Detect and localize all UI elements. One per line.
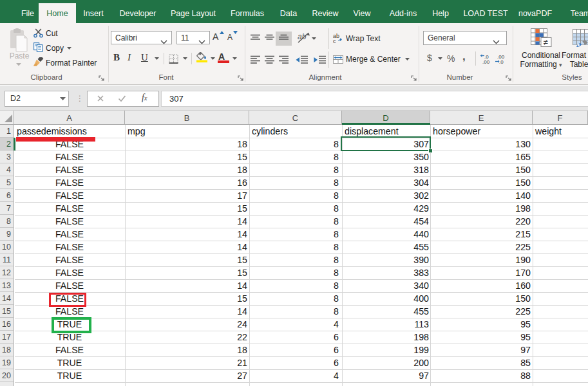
svg-text:.00: .00 (482, 59, 490, 64)
svg-text:c: c (333, 38, 336, 44)
svg-text:≠: ≠ (544, 37, 548, 47)
